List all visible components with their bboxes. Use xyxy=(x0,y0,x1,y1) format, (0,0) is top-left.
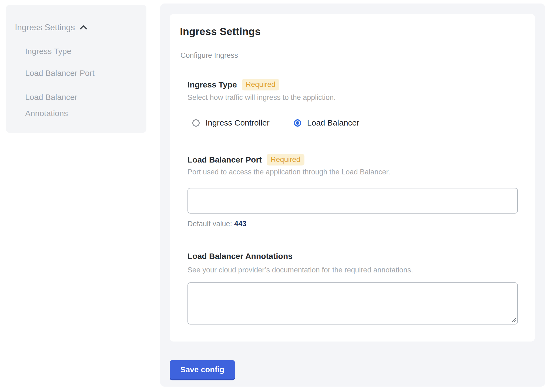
sidebar-item-load-balancer-annotations[interactable]: Load Balancer Annotations xyxy=(25,89,98,121)
ingress-type-header: Ingress Type Required xyxy=(187,79,279,90)
sidebar-section-label: Ingress Settings xyxy=(15,23,75,32)
save-config-button[interactable]: Save config xyxy=(170,360,235,379)
radio-label: Ingress Controller xyxy=(206,118,270,127)
ingress-type-description: Select how traffic will ingress to the a… xyxy=(187,93,336,102)
radio-label: Load Balancer xyxy=(307,118,359,127)
sidebar-section-ingress-settings[interactable]: Ingress Settings xyxy=(15,23,88,32)
radio-checked-icon[interactable] xyxy=(294,119,301,127)
radio-unchecked-icon[interactable] xyxy=(192,119,200,127)
lb-annotations-label: Load Balancer Annotations xyxy=(187,252,293,261)
page-title: Ingress Settings xyxy=(180,26,261,38)
settings-panel: Ingress Settings Configure Ingress Ingre… xyxy=(160,4,545,387)
required-badge: Required xyxy=(242,79,280,90)
lb-annotations-field xyxy=(187,282,518,325)
settings-sidebar: Ingress Settings Ingress Type Load Balan… xyxy=(6,5,146,133)
ingress-type-label: Ingress Type xyxy=(187,80,237,89)
default-value-label: Default value: xyxy=(187,220,232,228)
required-badge: Required xyxy=(267,154,304,165)
lb-port-header: Load Balancer Port Required xyxy=(187,154,304,165)
chevron-up-icon xyxy=(79,25,88,31)
lb-port-description: Port used to access the application thro… xyxy=(187,168,390,176)
radio-option-ingress-controller[interactable]: Ingress Controller xyxy=(192,118,270,127)
ingress-settings-card: Ingress Settings Configure Ingress Ingre… xyxy=(170,14,535,342)
lb-port-input[interactable] xyxy=(187,188,518,214)
lb-port-default: Default value:443 xyxy=(187,220,246,228)
sidebar-item-load-balancer-port[interactable]: Load Balancer Port xyxy=(25,68,95,79)
radio-option-load-balancer[interactable]: Load Balancer xyxy=(294,118,359,127)
lb-port-label: Load Balancer Port xyxy=(187,155,262,164)
default-value: 443 xyxy=(234,220,246,228)
page-subtitle: Configure Ingress xyxy=(180,51,238,60)
lb-annotations-header: Load Balancer Annotations xyxy=(187,252,293,261)
lb-annotations-textarea[interactable] xyxy=(187,282,518,325)
sidebar-item-ingress-type[interactable]: Ingress Type xyxy=(25,46,71,57)
ingress-type-options: Ingress Controller Load Balancer xyxy=(192,118,359,127)
lb-annotations-description: See your cloud provider’s documentation … xyxy=(187,266,413,274)
